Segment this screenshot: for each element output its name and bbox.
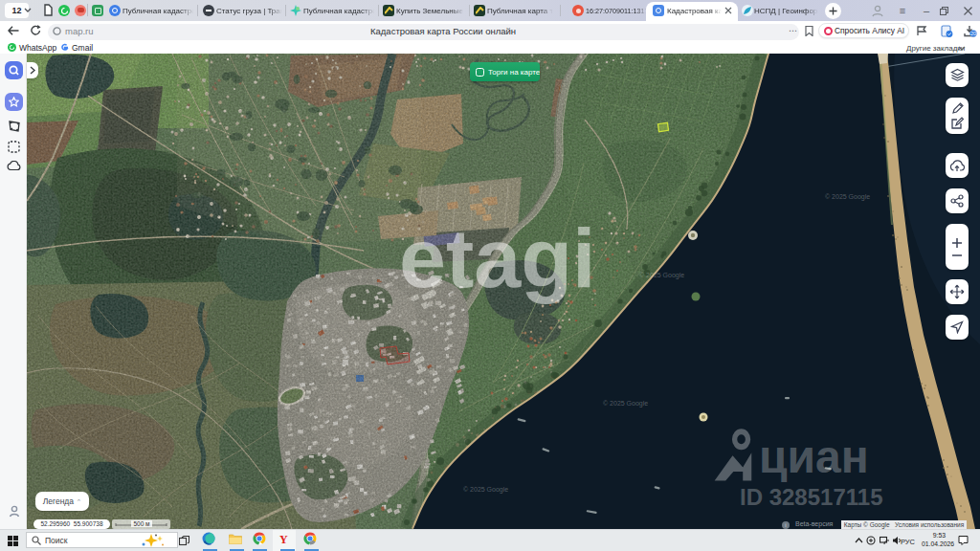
svg-text:500 м: 500 м [133,520,150,527]
svg-text:20: 20 [970,31,976,36]
svg-text:© 2025 Google: © 2025 Google [639,272,684,279]
svg-text:© 2025 Google: © 2025 Google [825,193,870,201]
svg-text:© 2025 Google: © 2025 Google [603,400,648,408]
svg-text:© 2025 Google: © 2025 Google [463,486,508,494]
